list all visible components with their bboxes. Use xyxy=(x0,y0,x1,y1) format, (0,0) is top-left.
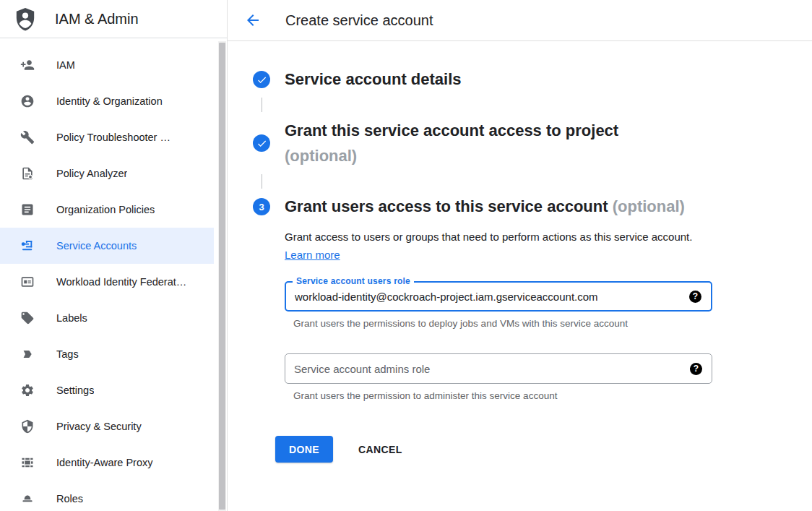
hat-icon xyxy=(20,491,35,506)
sidebar-item-workload-identity-federation[interactable]: Workload Identity Federat… xyxy=(0,264,214,300)
admins-role-field: ? xyxy=(285,353,712,384)
admins-role-field-group: ? Grant users the permission to administ… xyxy=(285,353,712,401)
sidebar-item-label: Identity & Organization xyxy=(56,95,163,107)
sidebar-item-label: Workload Identity Federat… xyxy=(56,276,186,288)
identity-person-icon xyxy=(20,94,35,108)
sidebar-item-policy-analyzer[interactable]: Policy Analyzer xyxy=(0,155,214,192)
iam-admin-shield-icon xyxy=(13,6,38,32)
learn-more-link[interactable]: Learn more xyxy=(285,249,340,261)
admins-role-input[interactable] xyxy=(285,363,690,375)
sidebar-item-label: Roles xyxy=(56,493,83,504)
step-2-check-icon xyxy=(253,134,270,152)
proxy-icon xyxy=(20,455,35,470)
page-header: Create service account xyxy=(228,0,812,41)
done-button[interactable]: DONE xyxy=(275,436,333,463)
sidebar-item-label: Privacy & Security xyxy=(56,421,142,432)
tag-icon xyxy=(20,311,35,325)
person-add-icon xyxy=(20,58,35,72)
help-icon[interactable]: ? xyxy=(690,363,702,375)
sidebar-item-label: Tags xyxy=(56,348,79,360)
label-arrow-icon xyxy=(20,347,35,361)
sidebar-item-label: Organization Policies xyxy=(56,204,155,215)
card-icon xyxy=(20,275,35,289)
sidebar-item-privacy-security[interactable]: Privacy & Security xyxy=(0,408,214,445)
page-title: Create service account xyxy=(285,12,433,29)
sidebar-item-labels[interactable]: Labels xyxy=(0,300,214,336)
sidebar-item-policy-troubleshooter[interactable]: Policy Troubleshooter … xyxy=(0,119,214,155)
step-grant-users-access[interactable]: 3 Grant users access to this service acc… xyxy=(253,194,812,219)
step-service-account-details[interactable]: Service account details xyxy=(253,67,812,92)
sidebar-item-label: Identity-Aware Proxy xyxy=(56,457,153,468)
users-role-helper-text: Grant users the permissions to deploy jo… xyxy=(293,318,712,329)
product-header[interactable]: IAM & Admin xyxy=(0,0,227,38)
sidebar-item-roles[interactable]: Roles xyxy=(0,481,214,511)
step-connector xyxy=(262,174,262,189)
step-2-optional-label: (optional) xyxy=(285,143,618,168)
sidebar-item-label: Policy Troubleshooter … xyxy=(56,132,170,143)
sidebar-scrollbar xyxy=(218,41,226,511)
back-arrow-icon xyxy=(244,12,262,29)
service-account-key-icon xyxy=(20,239,35,253)
shield-icon xyxy=(20,419,35,434)
sidebar-item-label: IAM xyxy=(56,59,75,71)
step-3-description: Grant access to users or groups that nee… xyxy=(285,228,707,264)
users-role-field: Service account users role ? xyxy=(285,281,712,312)
sidebar: IAM & Admin IAM Policy Troubleshooter … … xyxy=(0,0,228,511)
step-1-check-icon xyxy=(253,71,270,88)
admins-role-helper-text: Grant users the permission to administer… xyxy=(293,390,712,401)
users-role-input[interactable] xyxy=(286,291,689,303)
step-2-title: Grant this service account access to pro… xyxy=(285,118,618,168)
step-3-number-badge: 3 xyxy=(253,198,270,215)
users-role-field-label: Service account users role xyxy=(293,276,414,286)
step-connector xyxy=(262,98,262,112)
step-1-title: Service account details xyxy=(285,67,462,92)
article-icon xyxy=(20,202,35,217)
sidebar-item-label: Service Accounts xyxy=(56,240,137,252)
gear-icon xyxy=(20,383,35,398)
sidebar-item-organization-policies[interactable]: Organization Policies xyxy=(0,192,214,228)
sidebar-item-identity-aware-proxy[interactable]: Identity-Aware Proxy xyxy=(0,445,214,481)
document-gear-icon xyxy=(20,166,35,181)
sidebar-item-label: Policy Analyzer xyxy=(56,168,127,179)
sidebar-scrollbar-thumb[interactable] xyxy=(219,43,225,510)
step-3-title: Grant users access to this service accou… xyxy=(285,194,685,219)
form-actions: DONE CANCEL xyxy=(275,436,812,463)
sidebar-nav: IAM Policy Troubleshooter … Identity & O… xyxy=(0,38,227,511)
app-root: IAM & Admin IAM Policy Troubleshooter … … xyxy=(0,0,812,511)
wrench-icon xyxy=(20,130,35,145)
cancel-button[interactable]: CANCEL xyxy=(354,443,407,456)
sidebar-item-service-accounts[interactable]: Service Accounts xyxy=(0,228,214,264)
sidebar-item-iam[interactable]: IAM xyxy=(0,47,214,83)
sidebar-item-settings[interactable]: Settings xyxy=(0,372,214,408)
sidebar-item-label: Labels xyxy=(56,312,87,324)
step-grant-access-to-project[interactable]: Grant this service account access to pro… xyxy=(253,118,812,168)
users-role-field-group: Service account users role ? Grant users… xyxy=(285,281,712,329)
back-button[interactable] xyxy=(243,11,262,30)
step-3-optional-label: (optional) xyxy=(613,197,685,215)
sidebar-item-tags[interactable]: Tags xyxy=(0,336,214,372)
help-icon[interactable]: ? xyxy=(689,291,701,303)
main-panel: Create service account Service account d… xyxy=(228,0,812,511)
sidebar-item-label: Settings xyxy=(56,385,94,396)
sidebar-item-identity-organization[interactable]: Policy Troubleshooter … Identity & Organ… xyxy=(0,83,214,119)
create-service-account-form: Service account details Grant this servi… xyxy=(228,41,812,463)
product-title: IAM & Admin xyxy=(55,11,139,27)
